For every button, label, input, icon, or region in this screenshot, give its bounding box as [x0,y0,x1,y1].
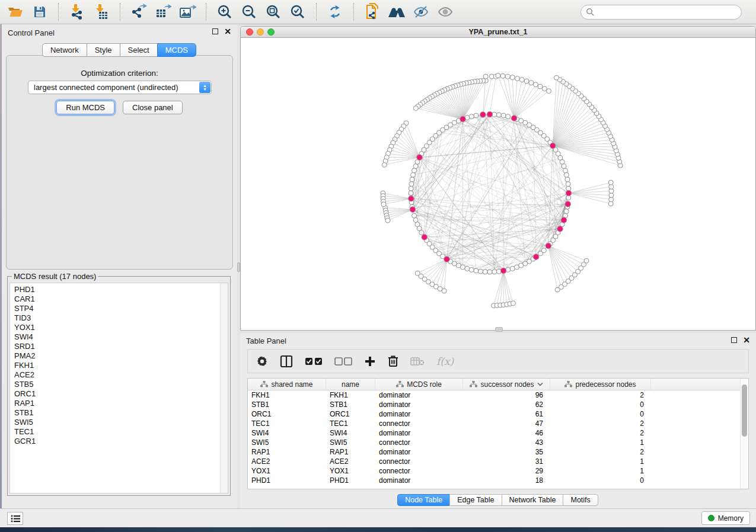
graph-node[interactable] [538,84,543,89]
mcds-node-item[interactable]: STB5 [14,380,228,389]
network-canvas[interactable] [241,38,756,331]
mcds-node-item[interactable]: CAR1 [14,294,228,304]
horizontal-splitter-handle[interactable] [495,327,503,332]
graph-hub-node[interactable] [410,207,416,213]
graph-node[interactable] [542,86,547,91]
table-row[interactable]: SWI5SWI5connector431 [248,438,748,447]
graph-node[interactable] [483,270,487,274]
deselect-all-icon[interactable] [334,354,352,369]
task-history-button[interactable] [7,512,23,525]
window-minimize-icon[interactable] [257,28,264,36]
import-table-icon[interactable] [92,2,111,21]
graph-node[interactable] [410,177,414,182]
close-panel-icon[interactable]: ✕ [224,28,231,34]
search-input[interactable] [595,8,736,16]
memory-button[interactable]: Memory [701,511,750,525]
apply-layout-icon[interactable] [326,2,344,21]
tab-node-table[interactable]: Node Table [397,494,450,506]
mcds-node-item[interactable]: RAP1 [14,399,228,408]
graph-hub-node[interactable] [417,155,423,161]
graph-node[interactable] [510,75,515,80]
table-row[interactable]: YOX1YOX1connector291 [248,466,748,476]
open-session-icon[interactable] [6,2,25,21]
mcds-result-list[interactable]: PHD1CAR1STP4TID3YOX1SWI4SRD1PMA2FKH1ACE2… [9,283,228,493]
graph-node[interactable] [465,266,470,271]
graph-node[interactable] [519,78,524,82]
close-panel-button[interactable]: Close panel [123,101,183,114]
graph-node[interactable] [382,162,387,167]
graph-node[interactable] [554,75,559,80]
graph-hub-node[interactable] [557,226,563,232]
columns-icon[interactable] [280,354,293,369]
graph-hub-node[interactable] [500,268,506,274]
network-graph[interactable] [241,38,756,331]
graph-node[interactable] [524,79,529,84]
graph-node[interactable] [487,270,492,274]
column-header-predecessor-nodes[interactable]: predecessor nodes [550,379,651,390]
add-column-icon[interactable] [364,354,376,369]
mcds-node-item[interactable]: STB1 [14,408,228,418]
tab-network[interactable]: Network [42,43,87,57]
window-close-icon[interactable] [246,28,253,36]
table-row[interactable]: SWI4SWI4dominator462 [248,428,748,438]
mcds-node-item[interactable]: PMA2 [14,351,228,361]
export-image-icon[interactable] [178,2,197,21]
graph-node[interactable] [584,258,589,263]
table-row[interactable]: RAP1RAP1dominator352 [248,447,748,457]
graph-node[interactable] [409,191,413,196]
graph-hub-node[interactable] [409,196,414,201]
graph-node[interactable] [474,268,479,273]
graph-node[interactable] [492,270,497,274]
search-binoculars-icon[interactable] [387,2,406,21]
column-header-shared-name[interactable]: shared name [248,379,326,390]
mcds-node-item[interactable]: SRD1 [14,342,228,351]
graph-node[interactable] [409,186,413,191]
graph-node[interactable] [469,114,474,119]
float-table-panel-icon[interactable] [731,337,737,343]
table-row[interactable]: PHD1PHD1dominator180 [248,476,748,485]
graph-node[interactable] [501,113,506,118]
graph-node[interactable] [496,113,501,117]
table-row[interactable]: STB1STB1dominator620 [248,400,748,409]
graph-node[interactable] [505,74,510,79]
criterion-dropdown[interactable]: largest connected component (undirected)… [28,81,212,94]
search-field[interactable] [580,5,742,20]
import-network-icon[interactable] [68,2,87,21]
table-row[interactable]: ACE2ACE2connector311 [248,457,748,466]
graph-node[interactable] [565,177,570,182]
graph-node[interactable] [496,73,500,78]
graph-node[interactable] [529,81,534,85]
gear-icon[interactable] [256,354,268,369]
graph-hub-node[interactable] [546,243,551,249]
column-header-successor-nodes[interactable]: successor nodes [463,379,550,390]
zoom-out-icon[interactable] [240,2,259,21]
column-header-MCDS-role[interactable]: MCDS role [375,379,463,390]
graph-hub-node[interactable] [460,116,466,122]
graph-node[interactable] [608,180,613,185]
export-network-icon[interactable] [129,2,148,21]
graph-hub-node[interactable] [487,111,493,117]
graph-node[interactable] [412,213,417,218]
tab-select[interactable]: Select [120,43,158,57]
new-network-from-selection-icon[interactable] [363,2,382,21]
window-maximize-icon[interactable] [267,28,275,36]
mcds-node-item[interactable]: TEC1 [14,427,228,437]
graph-node[interactable] [515,76,519,81]
tab-edge-table[interactable]: Edge Table [449,494,502,506]
delete-column-icon[interactable] [388,354,398,369]
mcds-node-item[interactable]: ORC1 [14,389,228,399]
mcds-node-item[interactable]: STP4 [14,304,228,313]
graph-node[interactable] [483,74,488,79]
tab-network-table[interactable]: Network Table [502,494,564,506]
table-row[interactable]: ORC1ORC1dominator610 [248,409,748,419]
mcds-node-item[interactable]: YOX1 [14,323,228,332]
graph-node[interactable] [564,209,569,214]
graph-node[interactable] [461,265,465,270]
birdseye-view-icon[interactable] [436,2,455,21]
graph-node[interactable] [419,230,424,235]
float-panel-icon[interactable] [212,28,218,34]
graph-node[interactable] [511,301,516,306]
graph-hub-node[interactable] [561,217,567,223]
graph-node[interactable] [381,202,386,207]
zoom-fit-icon[interactable] [264,2,283,21]
